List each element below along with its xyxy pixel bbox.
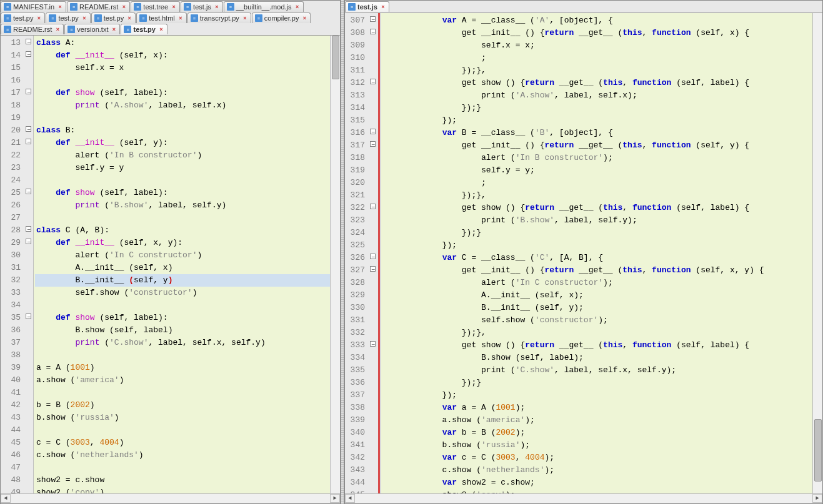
code-line[interactable]: var B = __class__ ('B', [object], {	[382, 127, 812, 139]
code-line[interactable]	[35, 299, 330, 312]
code-line[interactable]: def __init__ (self, y):	[35, 137, 330, 149]
code-line[interactable]: print ('A.show', label, self.x);	[382, 89, 812, 102]
right-vscrollbar[interactable]	[812, 13, 822, 493]
code-line[interactable]: get __init__ () {return __get__ (this, f…	[382, 264, 812, 277]
code-line[interactable]: print ('A.show', label, self.x)	[35, 99, 330, 112]
file-tab[interactable]: ≡README.rst×	[67, 1, 130, 12]
close-icon[interactable]: ×	[380, 4, 386, 10]
right-hscrollbar[interactable]: ◄ ►	[345, 493, 822, 503]
fold-icon[interactable]	[26, 139, 31, 144]
code-line[interactable]: get __init__ () {return __get__ (this, f…	[382, 139, 812, 152]
code-line[interactable]: B.show (self, label);	[382, 352, 812, 364]
code-line[interactable]: get show () {return __get__ (this, funct…	[382, 339, 812, 352]
code-line[interactable]: });},	[382, 327, 812, 339]
code-line[interactable]: });}	[382, 377, 812, 389]
code-line[interactable]: alert ('In C constructor')	[35, 249, 330, 262]
code-line[interactable]: });},	[382, 64, 812, 77]
fold-icon[interactable]	[26, 226, 31, 232]
scroll-thumb[interactable]	[332, 36, 339, 79]
code-line[interactable]: a = A (1001)	[35, 362, 330, 374]
code-line[interactable]: print ('C.show', label, self.x, self.y)	[35, 337, 330, 349]
fold-icon[interactable]	[26, 51, 31, 57]
file-tab[interactable]: ≡__builtin__.mod.js×	[224, 1, 304, 12]
code-line[interactable]: get show () {return __get__ (this, funct…	[382, 202, 812, 214]
code-line[interactable]: var show2 = c.show;	[382, 477, 812, 489]
left-code-area[interactable]: class A: def __init__ (self, x): self.x …	[34, 36, 330, 493]
code-line[interactable]: a.show ('america');	[382, 414, 812, 427]
code-line[interactable]: B.__init__ (self, y);	[382, 302, 812, 314]
code-line[interactable]: });	[382, 239, 812, 252]
close-icon[interactable]: ×	[81, 15, 87, 21]
code-line[interactable]: def show (self, label):	[35, 312, 330, 324]
code-line[interactable]: class C (A, B):	[35, 224, 330, 237]
code-line[interactable]: b.show ('russia');	[382, 439, 812, 452]
fold-icon[interactable]	[370, 266, 376, 272]
code-line[interactable]: self.x = x;	[382, 39, 812, 52]
code-line[interactable]: ;	[382, 177, 812, 189]
code-line[interactable]: B.__init__ (self, y)	[35, 274, 330, 287]
file-tab[interactable]: ≡test.js×	[345, 1, 389, 12]
right-editor[interactable]: 3073083093103113123133143153163173183193…	[345, 13, 822, 493]
code-line[interactable]	[35, 74, 330, 87]
code-line[interactable]: b.show ('russia')	[35, 412, 330, 424]
fold-icon[interactable]	[370, 141, 376, 147]
fold-icon[interactable]	[370, 204, 376, 209]
code-line[interactable]: show2 ('copy');	[382, 489, 812, 493]
fold-icon[interactable]	[370, 341, 376, 347]
file-tab[interactable]: ≡transcrypt.py×	[187, 12, 251, 23]
left-hscrollbar[interactable]: ◄ ►	[1, 493, 340, 503]
code-line[interactable]: var A = __class__ ('A', [object], {	[382, 14, 812, 27]
code-line[interactable]: b = B (2002)	[35, 399, 330, 412]
code-line[interactable]: self.x = x	[35, 62, 330, 74]
close-icon[interactable]: ×	[294, 4, 301, 10]
code-line[interactable]: print ('B.show', label, self.y)	[35, 199, 330, 212]
right-fold-markers[interactable]	[369, 13, 377, 493]
file-tab[interactable]: ≡test.py×	[91, 12, 136, 23]
code-line[interactable]: c.show ('netherlands')	[35, 449, 330, 462]
scroll-right-icon[interactable]: ►	[330, 494, 340, 503]
code-line[interactable]	[35, 424, 330, 437]
code-line[interactable]: get __init__ () {return __get__ (this, f…	[382, 27, 812, 39]
close-icon[interactable]: ×	[54, 26, 61, 32]
file-tab[interactable]: ≡test.py×	[46, 12, 90, 23]
code-line[interactable]: def __init__ (self, x):	[35, 49, 330, 62]
close-icon[interactable]: ×	[242, 15, 248, 21]
file-tab[interactable]: ≡test.tree×	[131, 1, 180, 12]
code-line[interactable]	[35, 387, 330, 399]
fold-icon[interactable]	[370, 16, 376, 22]
code-line[interactable]: def show (self, label):	[35, 187, 330, 199]
close-icon[interactable]: ×	[301, 15, 307, 21]
scroll-left-icon[interactable]: ◄	[345, 494, 355, 503]
code-line[interactable]: var b = B (2002);	[382, 427, 812, 439]
code-line[interactable]: });	[382, 114, 812, 127]
code-line[interactable]: self.show ('constructor')	[35, 287, 330, 299]
fold-icon[interactable]	[26, 314, 31, 319]
code-line[interactable]: self.y = y;	[382, 164, 812, 177]
code-line[interactable]: self.show ('constructor');	[382, 314, 812, 327]
scroll-thumb[interactable]	[814, 419, 822, 482]
code-line[interactable]: B.show (self, label)	[35, 324, 330, 337]
fold-icon[interactable]	[370, 129, 376, 134]
code-line[interactable]: def __init__ (self, x, y):	[35, 237, 330, 249]
code-line[interactable]: });},	[382, 189, 812, 202]
close-icon[interactable]: ×	[111, 26, 117, 32]
code-line[interactable]	[35, 462, 330, 474]
code-line[interactable]: print ('B.show', label, self.y);	[382, 214, 812, 227]
code-line[interactable]: });	[382, 389, 812, 402]
fold-icon[interactable]	[370, 254, 376, 259]
code-line[interactable]: alert ('In C constructor');	[382, 277, 812, 289]
code-line[interactable]: print ('C.show', label, self.x, self.y);	[382, 364, 812, 377]
file-tab[interactable]: ≡compiler.py×	[252, 12, 311, 23]
file-tab[interactable]: ≡test.js×	[181, 1, 223, 12]
scroll-left-icon[interactable]: ◄	[1, 494, 11, 503]
close-icon[interactable]: ×	[177, 15, 184, 21]
code-line[interactable]: a.show ('america')	[35, 374, 330, 387]
code-line[interactable]: class B:	[35, 124, 330, 137]
left-vscrollbar[interactable]	[330, 36, 340, 493]
fold-icon[interactable]	[26, 189, 31, 194]
left-editor[interactable]: 1314151617181920212223242526272829303132…	[1, 36, 340, 493]
code-line[interactable]: alert ('In B constructor');	[382, 152, 812, 164]
close-icon[interactable]: ×	[214, 4, 220, 10]
fold-icon[interactable]	[370, 79, 376, 84]
code-line[interactable]: self.y = y	[35, 162, 330, 174]
